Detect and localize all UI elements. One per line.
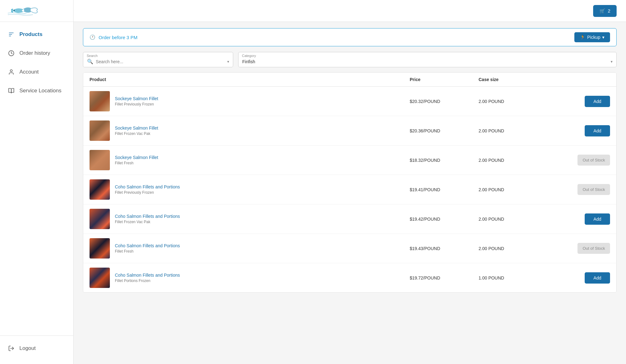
product-info: Coho Salmon Fillets and Portions Fillet … (115, 214, 180, 224)
action-cell: Out of Stock (554, 155, 610, 166)
product-subtitle: Fillet Frozen Vac Pak (115, 220, 180, 224)
case-size-cell: 1.00 POUND (479, 275, 554, 280)
table-row: Coho Salmon Fillets and Portions Fillet … (83, 263, 616, 292)
product-name[interactable]: Coho Salmon Fillets and Portions (115, 184, 180, 189)
price-cell: $19.72/POUND (410, 275, 479, 280)
search-group: Search 🔍 ▾ (83, 52, 233, 67)
cart-count: 2 (608, 8, 610, 13)
table-row: Coho Salmon Fillets and Portions Fillet … (83, 204, 616, 234)
category-select[interactable]: Finfish Shellfish Other (242, 59, 608, 64)
chevron-down-icon: ▾ (602, 35, 604, 40)
sidebar-item-label: Account (19, 69, 38, 75)
add-button[interactable]: Add (585, 125, 610, 136)
sidebar-item-label: Logout (19, 345, 36, 351)
table-row: Coho Salmon Fillets and Portions Fillet … (83, 175, 616, 204)
product-info: Sockeye Salmon Fillet Fillet Frozen Vac … (115, 126, 158, 136)
filters-row: Search 🔍 ▾ Category Finfish Shellfish Ot… (83, 52, 617, 67)
table-row: Coho Salmon Fillets and Portions Fillet … (83, 234, 616, 263)
category-dropdown-icon: ▾ (611, 59, 613, 64)
product-cell: Coho Salmon Fillets and Portions Fillet … (90, 179, 410, 200)
action-cell: Add (554, 96, 610, 107)
case-size-cell: 2.00 POUND (479, 128, 554, 133)
case-size-cell: 2.00 POUND (479, 99, 554, 104)
table-header: Product Price Case size (83, 73, 616, 87)
sidebar: Products Order history Account (0, 0, 74, 364)
pickup-button[interactable]: 🏃 Pickup ▾ (574, 32, 610, 42)
banner-text: Order before 3 PM (99, 35, 137, 40)
sidebar-item-label: Service Locations (19, 88, 61, 94)
search-label: Search (87, 54, 98, 58)
price-cell: $19.41/POUND (410, 187, 479, 192)
action-cell: Add (554, 213, 610, 225)
product-name[interactable]: Coho Salmon Fillets and Portions (115, 273, 180, 278)
sidebar-item-logout[interactable]: Logout (0, 339, 73, 358)
product-image (90, 268, 110, 288)
svg-point-0 (13, 10, 15, 11)
main-content: 🛒 2 🕐 Order before 3 PM 🏃 Pickup ▾ Searc… (74, 0, 626, 364)
product-info: Sockeye Salmon Fillet Fillet Previously … (115, 96, 158, 106)
table-row: Sockeye Salmon Fillet Fillet Fresh $18.3… (83, 146, 616, 175)
action-cell: Add (554, 125, 610, 136)
order-history-icon (8, 49, 15, 57)
clock-icon: 🕐 (90, 34, 95, 40)
search-dropdown-icon: ▾ (227, 59, 229, 64)
search-input[interactable] (96, 59, 225, 64)
product-name[interactable]: Sockeye Salmon Fillet (115, 126, 158, 131)
product-subtitle: Fillet Frozen Vac Pak (115, 131, 158, 136)
product-cell: Sockeye Salmon Fillet Fillet Fresh (90, 150, 410, 170)
price-cell: $19.42/POUND (410, 217, 479, 222)
col-header-price: Price (410, 77, 479, 82)
product-subtitle: Fillet Portions Frozen (115, 279, 180, 283)
out-of-stock-button: Out of Stock (577, 155, 610, 166)
price-cell: $19.43/POUND (410, 246, 479, 251)
product-info: Sockeye Salmon Fillet Fillet Fresh (115, 155, 158, 165)
header: 🛒 2 (74, 0, 626, 22)
cart-button[interactable]: 🛒 2 (593, 5, 617, 17)
product-cell: Sockeye Salmon Fillet Fillet Frozen Vac … (90, 120, 410, 141)
search-input-wrap[interactable]: 🔍 ▾ (83, 52, 233, 67)
content-area: 🕐 Order before 3 PM 🏃 Pickup ▾ Search 🔍 … (74, 22, 626, 364)
product-image (90, 209, 110, 229)
product-subtitle: Fillet Fresh (115, 249, 180, 254)
product-image (90, 120, 110, 141)
case-size-cell: 2.00 POUND (479, 217, 554, 222)
product-name[interactable]: Coho Salmon Fillets and Portions (115, 243, 180, 248)
product-name[interactable]: Coho Salmon Fillets and Portions (115, 214, 180, 219)
products-icon (8, 31, 15, 38)
price-cell: $18.32/POUND (410, 158, 479, 163)
product-cell: Coho Salmon Fillets and Portions Fillet … (90, 268, 410, 288)
sidebar-item-label: Order history (19, 50, 50, 56)
sidebar-item-service-locations[interactable]: Service Locations (0, 81, 73, 100)
case-size-cell: 2.00 POUND (479, 187, 554, 192)
add-button[interactable]: Add (585, 272, 610, 284)
sidebar-item-label: Products (19, 31, 43, 38)
sidebar-item-products[interactable]: Products (0, 25, 73, 44)
sidebar-item-order-history[interactable]: Order history (0, 44, 73, 63)
product-name[interactable]: Sockeye Salmon Fillet (115, 96, 158, 101)
case-size-cell: 2.00 POUND (479, 246, 554, 251)
action-cell: Out of Stock (554, 184, 610, 195)
product-name[interactable]: Sockeye Salmon Fillet (115, 155, 158, 160)
price-cell: $20.36/POUND (410, 128, 479, 133)
account-icon (8, 68, 15, 76)
table-row: Sockeye Salmon Fillet Fillet Previously … (83, 87, 616, 116)
category-select-wrap[interactable]: Finfish Shellfish Other ▾ (238, 52, 617, 67)
case-size-cell: 2.00 POUND (479, 158, 554, 163)
search-icon: 🔍 (87, 59, 93, 64)
logout-icon (8, 345, 15, 352)
product-image (90, 179, 110, 200)
pickup-label: Pickup (587, 35, 600, 40)
add-button[interactable]: Add (585, 213, 610, 225)
cart-icon: 🛒 (599, 8, 605, 14)
product-subtitle: Fillet Previously Frozen (115, 190, 180, 195)
service-locations-icon (8, 87, 15, 95)
category-group: Category Finfish Shellfish Other ▾ (238, 52, 617, 67)
product-info: Coho Salmon Fillets and Portions Fillet … (115, 243, 180, 254)
product-info: Coho Salmon Fillets and Portions Fillet … (115, 184, 180, 195)
product-cell: Coho Salmon Fillets and Portions Fillet … (90, 238, 410, 259)
banner-text-area: 🕐 Order before 3 PM (90, 34, 137, 40)
sidebar-item-account[interactable]: Account (0, 63, 73, 81)
sidebar-nav: Products Order history Account (0, 22, 73, 336)
add-button[interactable]: Add (585, 96, 610, 107)
product-cell: Coho Salmon Fillets and Portions Fillet … (90, 209, 410, 229)
